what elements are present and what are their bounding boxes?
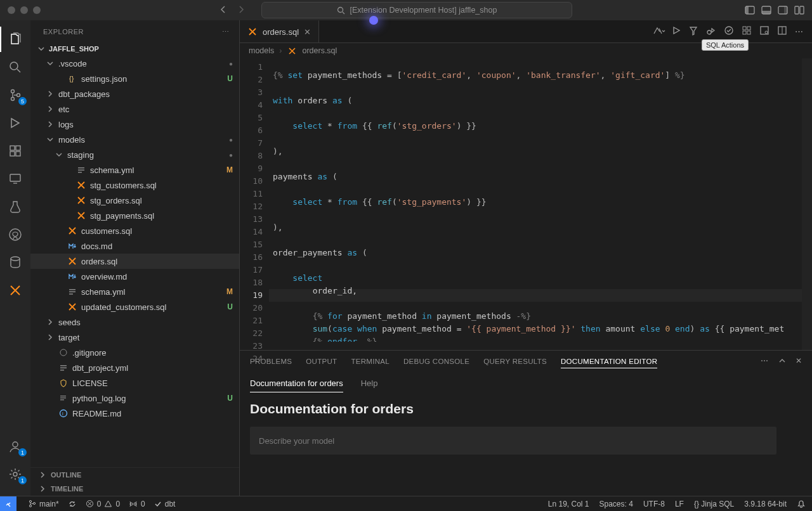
file-item[interactable]: stg_orders.sql — [30, 193, 239, 208]
folder-item[interactable]: seeds — [30, 314, 239, 330]
status-dbt[interactable]: dbt — [154, 500, 176, 508]
activity-run-debug[interactable] — [0, 110, 30, 136]
nav-forward-icon[interactable] — [236, 4, 246, 16]
toggle-secondary-sidebar-icon[interactable] — [778, 5, 788, 15]
tree-item-label: settings.json — [81, 74, 127, 84]
minimap[interactable] — [802, 58, 812, 350]
activity-database[interactable] — [0, 250, 30, 275]
folder-item[interactable]: models● — [30, 132, 239, 147]
file-item[interactable]: overview.md — [30, 269, 239, 284]
status-sync[interactable] — [68, 500, 77, 508]
file-item[interactable]: customers.sql — [30, 223, 239, 238]
preview-icon[interactable] — [759, 25, 769, 37]
json-icon: {} — [67, 74, 77, 84]
maximize-window-icon[interactable] — [33, 6, 41, 14]
svg-rect-28 — [69, 289, 75, 290]
command-center[interactable]: [Extension Development Host] jaffle_shop — [261, 2, 572, 18]
file-item[interactable]: orders.sql — [30, 254, 239, 269]
nav-back-icon[interactable] — [218, 4, 228, 16]
run-dropdown-icon[interactable] — [653, 25, 664, 37]
doc-description-input[interactable]: Describe your model — [250, 427, 776, 455]
status-branch[interactable]: main* — [28, 500, 59, 508]
chevron-right-icon — [46, 105, 55, 113]
activity-bar: 5 1 1 — [0, 20, 30, 496]
status-language[interactable]: {} Jinja SQL — [694, 500, 734, 508]
folder-item[interactable]: .vscode● — [30, 56, 239, 71]
svg-rect-7 — [784, 6, 787, 14]
project-root[interactable]: JAFFLE_SHOP — [30, 43, 239, 55]
status-cursor[interactable]: Ln 19, Col 1 — [548, 500, 589, 508]
file-item[interactable]: schema.ymlM — [30, 284, 239, 299]
toggle-panel-icon[interactable] — [761, 5, 771, 15]
sql-actions-icon[interactable] — [688, 25, 698, 37]
file-item[interactable]: stg_payments.sql — [30, 208, 239, 223]
status-ports[interactable]: 0 — [129, 500, 145, 508]
activity-search[interactable] — [0, 55, 30, 80]
svg-point-22 — [13, 442, 18, 447]
panel-tab[interactable]: TERMINAL — [351, 358, 390, 365]
folder-item[interactable]: logs — [30, 117, 239, 132]
activity-testing[interactable] — [0, 194, 30, 219]
editor-tabs: orders.sql ✕ ⋯ SQL Actions — [240, 20, 812, 43]
play-icon[interactable] — [672, 26, 681, 37]
file-item[interactable]: iREADME.md — [30, 406, 239, 421]
close-panel-icon[interactable]: ✕ — [796, 356, 802, 366]
maximize-panel-icon[interactable] — [778, 356, 787, 366]
file-item[interactable]: dbt_project.yml — [30, 360, 239, 375]
file-item[interactable]: LICENSE — [30, 375, 239, 391]
md-icon — [67, 271, 77, 281]
panel-tab[interactable]: DEBUG CONSOLE — [403, 358, 469, 365]
toggle-primary-sidebar-icon[interactable] — [745, 5, 755, 15]
minimize-window-icon[interactable] — [20, 6, 28, 14]
license-icon — [58, 378, 69, 388]
status-problems[interactable]: 0 0 — [86, 500, 120, 508]
folder-item[interactable]: target — [30, 330, 239, 345]
close-tab-icon[interactable]: ✕ — [304, 27, 311, 37]
tree-item-label: updated_customers.sql — [81, 302, 166, 312]
file-item[interactable]: schema.ymlM — [30, 162, 239, 178]
more-actions-icon[interactable]: ⋯ — [222, 28, 230, 36]
outline-section[interactable]: OUTLINE — [30, 468, 239, 482]
doc-subtabs: Documentation for orders Help — [240, 372, 812, 392]
timeline-section[interactable]: TIMELINE — [30, 482, 239, 496]
panel-tab[interactable]: OUTPUT — [306, 358, 337, 365]
panel-tab[interactable]: QUERY RESULTS — [483, 358, 547, 365]
split-editor-icon[interactable] — [777, 25, 787, 37]
activity-explorer[interactable] — [0, 27, 30, 52]
status-eol[interactable]: LF — [675, 500, 684, 508]
file-item[interactable]: python_log.logU — [30, 391, 239, 406]
code-editor[interactable]: 123456789101112131415161718192021222324 … — [240, 58, 812, 350]
doc-subtab-active[interactable]: Documentation for orders — [250, 378, 343, 392]
more-editor-actions-icon[interactable]: ⋯ — [795, 27, 803, 36]
status-indent[interactable]: Spaces: 4 — [599, 500, 633, 508]
activity-remote-explorer[interactable] — [0, 166, 30, 191]
split-grid-icon[interactable] — [742, 25, 752, 37]
close-window-icon[interactable] — [8, 6, 15, 14]
file-item[interactable]: docs.md — [30, 238, 239, 254]
activity-settings[interactable]: 1 — [0, 462, 30, 487]
activity-accounts[interactable]: 1 — [0, 434, 30, 459]
doc-subtab-help[interactable]: Help — [361, 378, 378, 392]
activity-source-control[interactable]: 5 — [0, 82, 30, 108]
activity-dbt[interactable] — [0, 278, 30, 303]
tree-item-label: .gitignore — [72, 348, 106, 358]
customize-layout-icon[interactable] — [794, 5, 804, 15]
file-item[interactable]: .gitignore — [30, 345, 239, 360]
file-item[interactable]: stg_customers.sql — [30, 178, 239, 193]
folder-item[interactable]: etc — [30, 101, 239, 117]
status-encoding[interactable]: UTF-8 — [643, 500, 665, 508]
file-item[interactable]: updated_customers.sqlU — [30, 299, 239, 314]
status-notifications-icon[interactable] — [797, 500, 806, 508]
folder-item[interactable]: staging● — [30, 147, 239, 162]
remote-indicator[interactable] — [0, 496, 16, 512]
status-ok-icon[interactable] — [724, 25, 734, 37]
file-item[interactable]: {}settings.jsonU — [30, 71, 239, 86]
debug-run-icon[interactable] — [706, 25, 716, 37]
status-python[interactable]: 3.9.18 64-bit — [744, 500, 787, 508]
tab-orders-sql[interactable]: orders.sql ✕ — [240, 20, 319, 42]
more-panel-icon[interactable]: ⋯ — [761, 356, 768, 366]
activity-github[interactable] — [0, 222, 30, 247]
panel-tab[interactable]: DOCUMENTATION EDITOR — [561, 358, 657, 368]
activity-extensions[interactable] — [0, 138, 30, 164]
folder-item[interactable]: dbt_packages — [30, 86, 239, 101]
